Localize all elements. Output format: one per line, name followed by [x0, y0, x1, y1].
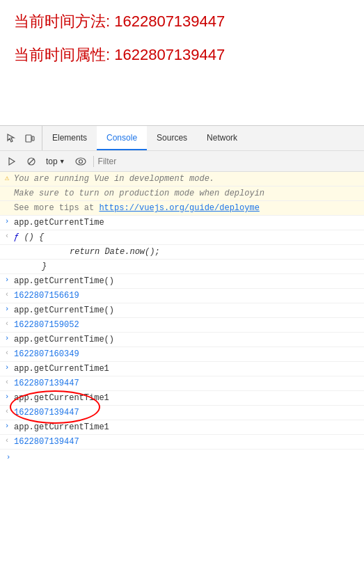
console-line: Make sure to turn on production mode whe…	[0, 186, 364, 201]
svg-rect-1	[32, 136, 34, 141]
line-arrow	[0, 246, 14, 246]
line-text: app.getCurrentTime()	[14, 304, 364, 317]
console-line-circled: › app.getCurrentTime1	[0, 391, 364, 406]
line-text: app.getCurrentTime()	[14, 275, 364, 287]
devtools-topbar: Elements Console Sources Network	[0, 126, 364, 151]
line-text: ƒ () {	[14, 231, 364, 244]
line-arrow: ‹	[0, 319, 14, 328]
time-method-display: 当前时间方法: 1622807139447	[14, 11, 350, 32]
line-text: 1622807139447	[14, 436, 364, 448]
devtools-tabs: Elements Console Sources Network	[42, 126, 247, 150]
toolbar-sep	[93, 156, 94, 167]
line-text: 1622807139447	[14, 377, 364, 390]
console-line: › app.getCurrentTime1	[0, 362, 364, 376]
line-arrow	[0, 202, 14, 202]
svg-rect-0	[26, 135, 31, 142]
line-arrow: ‹	[0, 231, 14, 240]
console-line: ‹ 1622807159052	[0, 318, 364, 333]
line-arrow: ‹	[0, 436, 14, 445]
line-arrow: ‹	[0, 406, 14, 415]
line-arrow: ‹	[0, 289, 14, 299]
line-text: app.getCurrentTime1	[14, 421, 364, 434]
line-text: You are running Vue in development mode.	[14, 173, 364, 185]
console-line: return Date.now();	[0, 245, 364, 260]
console-line: ‹ 1622807139447	[0, 406, 364, 420]
line-arrow: ›	[0, 275, 14, 284]
console-line: ‹ 1622807139447	[0, 376, 364, 391]
line-text: 1622807160349	[14, 348, 364, 360]
line-arrow	[0, 187, 14, 188]
console-line: ‹ 1622807156619	[0, 289, 364, 303]
line-arrow: ‹	[0, 348, 14, 357]
console-line: › app.getCurrentTime	[0, 216, 364, 230]
time-property-display: 当前时间属性: 1622807139447	[14, 45, 350, 65]
dropdown-arrow: ▼	[59, 158, 65, 165]
console-line: › app.getCurrentTime1	[0, 420, 364, 435]
console-line: }	[0, 260, 364, 274]
line-arrow: ›	[0, 421, 14, 430]
prompt-arrow: ›	[1, 452, 15, 461]
line-text: app.getCurrentTime1	[14, 363, 364, 375]
console-prompt[interactable]: ›	[0, 450, 364, 463]
line-text: Make sure to turn on production mode whe…	[14, 187, 364, 200]
line-text: return Date.now();	[14, 246, 364, 258]
devtools-toolbar: top ▼	[0, 151, 364, 172]
line-text: }	[14, 260, 364, 273]
line-text: 1622807159052	[14, 319, 364, 331]
block-btn[interactable]	[24, 155, 39, 168]
console-scroll-area: ⚠ You are running Vue in development mod…	[0, 172, 364, 463]
devtools-icon-group	[0, 126, 42, 150]
svg-point-6	[79, 159, 82, 163]
line-arrow: ‹	[0, 377, 14, 386]
context-dropdown[interactable]: top ▼	[43, 155, 68, 168]
eye-btn[interactable]	[72, 156, 89, 167]
console-output: ⚠ You are running Vue in development mod…	[0, 172, 364, 463]
play-btn[interactable]	[4, 155, 19, 168]
console-line: ‹ 1622807139447	[0, 435, 364, 450]
tab-network[interactable]: Network	[197, 126, 247, 150]
console-line: › app.getCurrentTime()	[0, 303, 364, 318]
line-text: app.getCurrentTime1	[14, 392, 364, 404]
line-text: app.getCurrentTime()	[14, 333, 364, 346]
svg-marker-2	[9, 158, 15, 165]
line-arrow: ›	[0, 304, 14, 313]
page-content: 当前时间方法: 1622807139447 当前时间属性: 1622807139…	[0, 0, 364, 125]
tab-elements[interactable]: Elements	[42, 126, 97, 150]
line-arrow: ›	[0, 392, 14, 401]
context-label: top	[46, 157, 58, 166]
svg-line-4	[29, 159, 34, 164]
filter-input[interactable]	[98, 154, 360, 168]
line-arrow: ›	[0, 363, 14, 372]
console-line: ‹ 1622807160349	[0, 347, 364, 362]
device-icon[interactable]	[24, 132, 36, 145]
console-line: › app.getCurrentTime()	[0, 333, 364, 347]
console-line: ⚠ You are running Vue in development mod…	[0, 172, 364, 186]
line-arrow	[0, 260, 14, 261]
tab-sources[interactable]: Sources	[147, 126, 197, 150]
line-arrow: ›	[0, 216, 14, 225]
line-arrow: ›	[0, 333, 14, 342]
inspect-icon[interactable]	[6, 132, 18, 145]
line-arrow: ⚠	[0, 173, 14, 182]
line-text-circled: 1622807139447	[14, 406, 364, 419]
console-line: › app.getCurrentTime()	[0, 274, 364, 289]
line-text: app.getCurrentTime	[14, 216, 364, 229]
console-line: See more tips at https://vuejs.org/guide…	[0, 201, 364, 216]
console-line: ‹ ƒ () {	[0, 230, 364, 245]
devtools-panel: Elements Console Sources Network top ▼	[0, 125, 364, 463]
line-text: See more tips at https://vuejs.org/guide…	[14, 202, 364, 214]
svg-point-5	[76, 158, 86, 165]
line-text: 1622807156619	[14, 289, 364, 302]
tab-console[interactable]: Console	[97, 126, 147, 150]
